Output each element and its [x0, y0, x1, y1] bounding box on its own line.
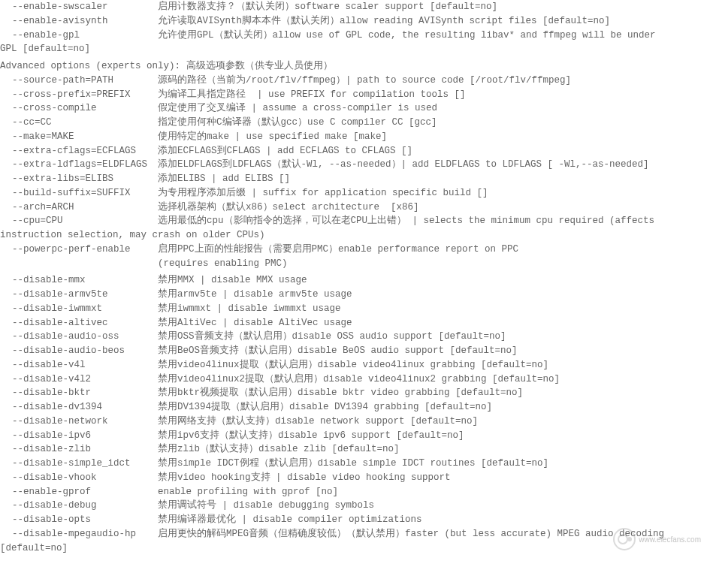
option-description: 为专用程序添加后缀 | suffix for application speci… — [158, 186, 488, 201]
option-row: --disable-bktr禁用bktr视频提取（默认启用）disable bk… — [0, 386, 707, 400]
option-description: 启用更快的解码MPEG音频（但精确度较低）（默认禁用）faster (but l… — [158, 527, 664, 541]
option-description: 指定使用何种C编译器（默认gcc）use C compiler CC [gcc] — [158, 116, 437, 130]
option-row: --cc=CC指定使用何种C编译器（默认gcc）use C compiler C… — [0, 116, 707, 130]
option-row: --disable-v4l禁用video4linux提取（默认启用）disabl… — [0, 358, 707, 372]
option-row: --source-path=PATH源码的路径（当前为/root/flv/ffm… — [0, 74, 707, 88]
option-row: --disable-v4l2禁用video4linux2提取（默认启用）disa… — [0, 372, 707, 387]
option-row: (requires enabling PMC) — [0, 257, 707, 271]
option-flag: --disable-zlib — [0, 442, 158, 457]
option-description: 禁用zlib（默认支持）disable zlib [default=no] — [158, 442, 400, 457]
option-row: --enable-avisynth允许读取AVISynth脚本本件（默认关闭）a… — [0, 14, 707, 29]
option-flag: --disable-v4l — [0, 358, 158, 372]
option-description: 启用PPC上面的性能报告（需要启用PMC）enable performance … — [158, 243, 518, 257]
option-description: 禁用ipv6支持（默认支持）disable ipv6 support [defa… — [158, 429, 464, 443]
option-flag: --disable-mmx — [0, 273, 158, 288]
option-description: 禁用OSS音频支持（默认启用）disable OSS audio support… — [158, 330, 506, 344]
option-flag: --cpu=CPU — [0, 214, 158, 228]
option-flag: --powerpc-perf-enable — [0, 243, 158, 257]
option-flag: --arch=ARCH — [0, 201, 158, 215]
option-flag: --enable-swscaler — [0, 0, 158, 14]
option-flag: --extra-cflags=ECFLAGS — [0, 144, 158, 158]
option-description: 禁用simple IDCT例程（默认启用）disable simple IDCT… — [158, 457, 548, 471]
option-flag: --extra-libs=ELIBS — [0, 172, 158, 186]
option-row: --disable-debug禁用调试符号 | disable debuggin… — [0, 499, 707, 513]
option-row: --enable-gpl允许使用GPL（默认关闭）allow use of GP… — [0, 29, 707, 43]
option-flag: --disable-audio-beos — [0, 344, 158, 358]
option-flag: --extra-ldflags=ELDFLAGS — [0, 158, 158, 172]
option-row: --disable-opts禁用编译器最优化 | disable compile… — [0, 513, 707, 527]
option-description: 禁用MMX | disable MMX usage — [158, 273, 307, 288]
option-description: 添加ELIBS | add ELIBS [] — [158, 172, 290, 186]
wrapped-line: instruction selection, may crash on olde… — [0, 228, 707, 243]
option-flag: --disable-altivec — [0, 316, 158, 330]
option-description: 禁用video hooking支持 | disable video hookin… — [158, 471, 451, 485]
wrapped-line: [default=no] — [0, 541, 707, 556]
option-description: 禁用iwmmxt | disable iwmmxt usage — [158, 302, 341, 316]
option-flag: --source-path=PATH — [0, 74, 158, 88]
option-description: 禁用调试符号 | disable debugging symbols — [158, 499, 374, 513]
option-description: 启用计数器支持？（默认关闭）software scaler support [d… — [158, 0, 497, 14]
option-flag: --disable-opts — [0, 513, 158, 527]
option-row: --disable-dv1394禁用DV1394提取（默认启用）disable … — [0, 400, 707, 415]
option-row: --extra-libs=ELIBS添加ELIBS | add ELIBS [] — [0, 172, 707, 186]
option-description: 禁用video4linux提取（默认启用）disable video4linux… — [158, 358, 548, 372]
option-flag: --disable-mpegaudio-hp — [0, 527, 158, 541]
option-flag: --disable-audio-oss — [0, 330, 158, 344]
option-row: --extra-cflags=ECFLAGS添加ECFLAGS到CFLAGS |… — [0, 144, 707, 158]
site-watermark: www.elecfans.com — [613, 528, 701, 550]
option-row: --disable-mmx禁用MMX | disable MMX usage — [0, 273, 707, 288]
option-row: --disable-iwmmxt禁用iwmmxt | disable iwmmx… — [0, 302, 707, 316]
option-description: 禁用armv5te | disable armv5te usage — [158, 288, 352, 302]
option-description: enable profiling with gprof [no] — [158, 485, 338, 499]
option-row: --disable-mpegaudio-hp启用更快的解码MPEG音频（但精确度… — [0, 527, 707, 541]
option-flag: --enable-gprof — [0, 485, 158, 499]
option-flag: --disable-ipv6 — [0, 429, 158, 443]
option-flag: --enable-gpl — [0, 29, 158, 43]
watermark-text: www.elecfans.com — [639, 534, 701, 545]
option-description: 选择机器架构（默认x86）select architecture [x86] — [158, 201, 419, 215]
option-description: 选用最低的cpu（影响指令的选择，可以在老CPU上出错） | selects t… — [158, 214, 654, 228]
option-row: --cross-prefix=PREFIX为编译工具指定路径 | use PRE… — [0, 88, 707, 102]
logo-icon — [613, 528, 636, 550]
option-row: --enable-swscaler启用计数器支持？（默认关闭）software … — [0, 0, 707, 14]
option-row: --cpu=CPU选用最低的cpu（影响指令的选择，可以在老CPU上出错） | … — [0, 214, 707, 228]
option-description: 添加ELDFLAGS到LDFLAGS（默认-Wl, --as-needed）| … — [158, 158, 649, 172]
option-row: --make=MAKE使用特定的make | use specified mak… — [0, 130, 707, 144]
option-flag: --disable-simple_idct — [0, 457, 158, 471]
option-row: --disable-simple_idct禁用simple IDCT例程（默认启… — [0, 457, 707, 471]
option-description: 允许使用GPL（默认关闭）allow use of GPL code, the … — [158, 29, 656, 43]
option-description: 禁用AltiVec | disable AltiVec usage — [158, 316, 352, 330]
option-row: --build-suffix=SUFFIX为专用程序添加后缀 | suffix … — [0, 186, 707, 201]
option-flag: --enable-avisynth — [0, 14, 158, 29]
option-row: --extra-ldflags=ELDFLAGS添加ELDFLAGS到LDFLA… — [0, 158, 707, 172]
option-flag: --disable-dv1394 — [0, 400, 158, 415]
option-description: 禁用video4linux2提取（默认启用）disable video4linu… — [158, 372, 560, 387]
option-description: 使用特定的make | use specified make [make] — [158, 130, 387, 144]
option-flag: --disable-armv5te — [0, 288, 158, 302]
option-row: --disable-audio-beos禁用BeOS音频支持（默认启用）disa… — [0, 344, 707, 358]
option-description: 禁用bktr视频提取（默认启用）disable bktr video grabb… — [158, 386, 523, 400]
option-flag: --cross-compile — [0, 101, 158, 116]
option-row: --disable-altivec禁用AltiVec | disable Alt… — [0, 316, 707, 330]
option-row: --disable-zlib禁用zlib（默认支持）disable zlib [… — [0, 442, 707, 457]
option-description: (requires enabling PMC) — [158, 257, 288, 271]
option-row: --cross-compile假定使用了交叉编译 | assume a cros… — [0, 101, 707, 116]
option-description: 禁用BeOS音频支持（默认启用）disable BeOS audio suppo… — [158, 344, 518, 358]
option-row: --enable-gprofenable profiling with gpro… — [0, 485, 707, 499]
option-description: 禁用DV1394提取（默认启用）disable DV1394 grabbing … — [158, 400, 492, 415]
wrapped-line: GPL [default=no] — [0, 42, 707, 56]
option-description: 禁用编译器最优化 | disable compiler optimization… — [158, 513, 422, 527]
option-flag: --cc=CC — [0, 116, 158, 130]
option-row: --arch=ARCH选择机器架构（默认x86）select architect… — [0, 201, 707, 215]
option-row: --disable-vhook禁用video hooking支持 | disab… — [0, 471, 707, 485]
option-flag: --disable-vhook — [0, 471, 158, 485]
option-row: --powerpc-perf-enable启用PPC上面的性能报告（需要启用PM… — [0, 243, 707, 257]
option-description: 源码的路径（当前为/root/flv/ffmpeg）| path to sour… — [158, 74, 571, 88]
option-row: --disable-audio-oss禁用OSS音频支持（默认启用）disabl… — [0, 330, 707, 344]
option-flag: --disable-debug — [0, 499, 158, 513]
option-flag: --disable-iwmmxt — [0, 302, 158, 316]
option-description: 为编译工具指定路径 | use PREFIX for compilation t… — [158, 88, 466, 102]
option-row: --disable-network禁用网络支持（默认支持）disable net… — [0, 415, 707, 429]
option-flag: --disable-v4l2 — [0, 372, 158, 387]
option-flag: --build-suffix=SUFFIX — [0, 186, 158, 201]
